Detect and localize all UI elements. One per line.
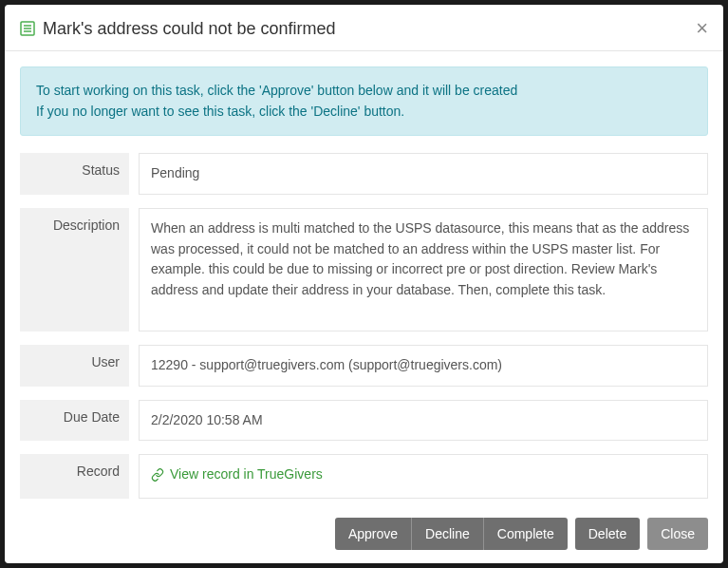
fields: Status Pending Description When an addre… [20,153,708,499]
value-record: View record in TrueGivers [139,454,708,499]
task-preview-modal: Mark's address could not be confirmed × … [5,5,723,563]
modal-title: Mark's address could not be confirmed [43,19,336,39]
close-button[interactable]: Close [647,518,708,550]
approve-button[interactable]: Approve [335,518,411,550]
task-icon [20,21,35,36]
row-description: Description When an address is multi mat… [20,208,708,331]
value-description: When an address is multi matched to the … [139,208,708,331]
label-record: Record [20,454,129,499]
record-link[interactable]: View record in TrueGivers [151,464,323,485]
alert-line-2: If you no longer want to see this task, … [36,102,692,123]
label-user: User [20,345,129,387]
label-due-date: Due Date [20,400,129,442]
complete-button[interactable]: Complete [483,518,568,550]
close-icon[interactable]: × [696,18,708,39]
value-user: 12290 - support@truegivers.com (support@… [139,345,708,387]
record-link-text: View record in TrueGivers [170,464,323,485]
action-button-group: Approve Decline Complete [335,518,568,550]
modal-footer: Approve Decline Complete Delete Close [5,504,723,563]
backdrop: Mark's address could not be confirmed × … [0,0,728,568]
alert-line-1: To start working on this task, click the… [36,81,692,102]
decline-button[interactable]: Decline [411,518,483,550]
label-status: Status [20,153,129,195]
value-due-date: 2/2/2020 10:58 AM [139,400,708,442]
modal-body: To start working on this task, click the… [5,51,723,504]
delete-button[interactable]: Delete [575,518,640,550]
row-status: Status Pending [20,153,708,195]
modal-title-wrap: Mark's address could not be confirmed [20,19,336,39]
value-status: Pending [139,153,708,195]
label-description: Description [20,208,129,331]
row-user: User 12290 - support@truegivers.com (sup… [20,345,708,387]
row-record: Record View record in TrueGivers [20,454,708,499]
info-alert: To start working on this task, click the… [20,66,708,136]
link-icon [151,468,164,482]
row-due-date: Due Date 2/2/2020 10:58 AM [20,400,708,442]
modal-header: Mark's address could not be confirmed × [5,5,723,51]
